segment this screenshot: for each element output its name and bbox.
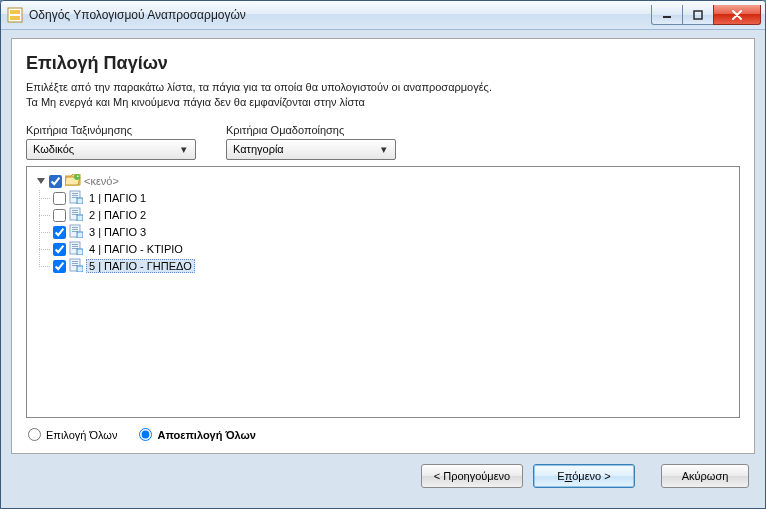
titlebar: Οδηγός Υπολογισμού Αναπροσαρμογών (1, 1, 765, 30)
next-button[interactable]: Επόμενο > (533, 464, 635, 488)
sort-criteria-value: Κωδικός (33, 143, 177, 155)
svg-rect-17 (72, 227, 78, 228)
document-icon (69, 224, 83, 240)
wizard-panel: Επιλογή Παγίων Επιλέξτε από την παρακάτω… (11, 38, 755, 454)
chevron-down-icon: ▾ (177, 143, 191, 156)
tree-item-label: 1 | ΠΑΓΙΟ 1 (86, 191, 149, 205)
tree-item-label: 5 | ΠΑΓΙΟ - ΓΗΠΕΔΟ (86, 259, 195, 273)
svg-rect-3 (663, 16, 671, 18)
tree-item-label: 3 | ΠΑΓΙΟ 3 (86, 225, 149, 239)
maximize-button[interactable] (682, 5, 714, 25)
document-icon (69, 241, 83, 257)
tree-item[interactable]: 4 | ΠΑΓΙΟ - ΚΤΙΡΙΟ (45, 241, 735, 258)
instructions: Επιλέξτε από την παρακάτω λίστα, τα πάγι… (26, 80, 740, 110)
instructions-line-1: Επιλέξτε από την παρακάτω λίστα, τα πάγι… (26, 81, 492, 93)
document-icon (69, 207, 83, 223)
sort-criteria-label: Κριτήρια Ταξινόμησης (26, 124, 196, 136)
tree-root-label: <κενό> (84, 175, 119, 187)
window-controls (652, 5, 761, 25)
collapse-icon[interactable] (35, 175, 47, 187)
svg-rect-12 (72, 210, 78, 211)
tree-item[interactable]: 5 | ΠΑΓΙΟ - ΓΗΠΕΔΟ (45, 258, 735, 275)
instructions-line-2: Τα Μη ενεργά και Μη κινούμενα πάγια δεν … (26, 96, 365, 108)
selection-radio-row: Επιλογή Όλων Αποεπιλογή Όλων (26, 426, 740, 443)
tree-item[interactable]: 2 | ΠΑΓΙΟ 2 (45, 207, 735, 224)
tree-item-checkbox[interactable] (53, 192, 66, 205)
svg-rect-10 (77, 198, 83, 204)
wizard-footer: < Προηγούμενο Επόμενο > Ακύρωση (11, 454, 755, 498)
select-all-label: Επιλογή Όλων (46, 429, 117, 441)
minimize-button[interactable] (651, 5, 683, 25)
svg-rect-8 (72, 195, 78, 196)
svg-rect-18 (72, 229, 78, 230)
svg-rect-27 (72, 261, 78, 262)
document-icon (69, 190, 83, 206)
svg-rect-23 (72, 246, 78, 247)
group-criteria-combo[interactable]: Κατηγορία ▾ (226, 139, 396, 160)
tree-item[interactable]: 3 | ΠΑΓΙΟ 3 (45, 224, 735, 241)
deselect-all-label: Αποεπιλογή Όλων (157, 429, 256, 441)
sort-criteria-combo[interactable]: Κωδικός ▾ (26, 139, 196, 160)
tree-item[interactable]: 1 | ΠΑΓΙΟ 1 (45, 190, 735, 207)
window-title: Οδηγός Υπολογισμού Αναπροσαρμογών (29, 8, 652, 22)
chevron-down-icon: ▾ (377, 143, 391, 156)
select-all-radio-input[interactable] (28, 428, 41, 441)
svg-rect-1 (10, 10, 20, 14)
svg-rect-4 (694, 11, 702, 19)
tree-item-checkbox[interactable] (53, 243, 66, 256)
group-criteria-value: Κατηγορία (233, 143, 377, 155)
group-criteria-block: Κριτήρια Ομαδοποίησης Κατηγορία ▾ (226, 124, 396, 160)
tree-root-row[interactable]: <κενό> (35, 173, 735, 190)
tree-item-checkbox[interactable] (53, 226, 66, 239)
svg-rect-25 (77, 249, 83, 255)
group-criteria-label: Κριτήρια Ομαδοποίησης (226, 124, 396, 136)
assets-tree[interactable]: <κενό> 1 | ΠΑΓΙΟ 1 2 | ΠΑΓΙΟ 2 3 | ΠΑΓΙΟ… (26, 166, 740, 418)
criteria-row: Κριτήρια Ταξινόμησης Κωδικός ▾ Κριτήρια … (26, 124, 740, 160)
svg-rect-22 (72, 244, 78, 245)
tree-root-checkbox[interactable] (49, 175, 62, 188)
svg-rect-15 (77, 215, 83, 221)
tree-item-label: 4 | ΠΑΓΙΟ - ΚΤΙΡΙΟ (86, 242, 186, 256)
close-button[interactable] (713, 5, 761, 25)
tree-item-checkbox[interactable] (53, 209, 66, 222)
page-title: Επιλογή Παγίων (26, 53, 740, 74)
cancel-button[interactable]: Ακύρωση (661, 464, 749, 488)
previous-button[interactable]: < Προηγούμενο (421, 464, 523, 488)
app-icon (7, 7, 23, 23)
tree-item-checkbox[interactable] (53, 260, 66, 273)
svg-rect-7 (72, 193, 78, 194)
svg-rect-13 (72, 212, 78, 213)
tree-item-label: 2 | ΠΑΓΙΟ 2 (86, 208, 149, 222)
client-area: Επιλογή Παγίων Επιλέξτε από την παρακάτω… (1, 30, 765, 508)
sort-criteria-block: Κριτήρια Ταξινόμησης Κωδικός ▾ (26, 124, 196, 160)
deselect-all-radio-input[interactable] (139, 428, 152, 441)
svg-rect-20 (77, 232, 83, 238)
svg-rect-30 (77, 266, 83, 272)
svg-rect-28 (72, 263, 78, 264)
deselect-all-radio[interactable]: Αποεπιλογή Όλων (139, 428, 256, 441)
svg-rect-2 (10, 16, 20, 20)
wizard-window: Οδηγός Υπολογισμού Αναπροσαρμογών Επιλογ… (0, 0, 766, 509)
select-all-radio[interactable]: Επιλογή Όλων (28, 428, 117, 441)
folder-icon (65, 174, 81, 189)
document-icon (69, 258, 83, 274)
